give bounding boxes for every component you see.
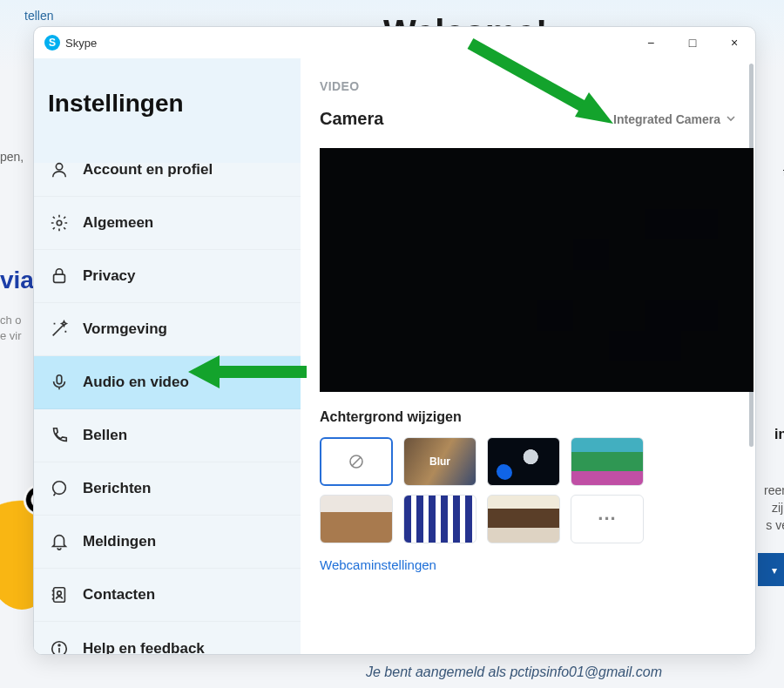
chevron-down-icon	[726, 112, 736, 126]
sidebar-item-label: Algemeen	[83, 214, 153, 232]
sidebar-item-privacy[interactable]: Privacy	[34, 250, 301, 303]
titlebar: S Skype − □ ×	[34, 27, 755, 58]
bg-primary-button-fragment	[758, 553, 784, 586]
info-icon	[50, 639, 69, 655]
svg-point-1	[57, 220, 62, 226]
chat-icon	[50, 479, 69, 498]
svg-line-11	[352, 457, 361, 466]
camera-heading: Camera	[320, 109, 383, 129]
gear-icon	[50, 213, 69, 233]
bg-evi: e vir	[0, 329, 22, 342]
svg-rect-2	[54, 274, 65, 282]
sidebar-nav: Account en profielAlgemeenPrivacyVormgev…	[34, 144, 301, 654]
app-title: Skype	[65, 37, 97, 50]
bg-text-tellen: tellen	[24, 9, 53, 23]
bg-via: via	[0, 266, 34, 294]
sidebar-item-label: Bellen	[83, 427, 127, 444]
signed-email: pctipsinfo01@gmail.com	[510, 664, 662, 679]
sidebar-item-appearance[interactable]: Vormgeving	[34, 303, 301, 356]
bg-open: pen,	[0, 150, 24, 164]
background-option-park[interactable]	[571, 437, 644, 486]
settings-content-panel: VIDEO Camera Integrated Camera Achtergro…	[301, 58, 755, 654]
background-option-room3[interactable]	[487, 495, 560, 543]
background-option-blur[interactable]: Blur	[403, 437, 476, 486]
bg-signed-in-text: Je bent aangemeld als pctipsinfo01@gmail…	[366, 664, 662, 680]
background-option-none[interactable]	[320, 437, 393, 486]
window-maximize-button[interactable]: □	[682, 32, 703, 53]
sidebar-item-label: Berichten	[83, 480, 151, 497]
background-option-room1[interactable]	[320, 495, 393, 543]
lock-icon	[50, 266, 69, 286]
background-options-grid: Blur ···	[320, 437, 736, 543]
sidebar-item-label: Audio en video	[83, 374, 189, 391]
skype-logo-icon: S	[44, 35, 60, 51]
background-option-more[interactable]: ···	[571, 495, 644, 543]
chevron-down-icon: ▾	[772, 564, 777, 577]
sidebar-item-label: Help en feedback	[83, 640, 205, 655]
mic-icon	[50, 373, 69, 392]
sidebar-item-help[interactable]: Help en feedback	[34, 622, 301, 654]
sidebar: Instellingen Account en profielAlgemeenP…	[34, 58, 301, 654]
window-minimize-button[interactable]: −	[640, 32, 661, 53]
sidebar-item-messaging[interactable]: Berichten	[34, 462, 301, 516]
webcam-settings-link[interactable]: Webcaminstellingen	[320, 557, 736, 572]
bell-icon	[50, 532, 69, 551]
sidebar-item-label: Privacy	[83, 267, 136, 285]
settings-modal: S Skype − □ × Instellingen Account en pr…	[33, 26, 756, 655]
svg-point-9	[58, 644, 60, 645]
svg-rect-3	[57, 375, 62, 384]
window-close-button[interactable]: ×	[724, 32, 745, 53]
sidebar-item-label: Account en profiel	[83, 161, 213, 179]
settings-heading: Instellingen	[34, 58, 301, 144]
wand-icon	[50, 320, 69, 339]
user-icon	[50, 160, 69, 179]
bg-cho: ch o	[0, 314, 22, 327]
svg-point-6	[57, 591, 62, 596]
sidebar-item-label: Vormgeving	[83, 320, 167, 338]
bg-reen: reen	[764, 483, 784, 497]
sidebar-item-general[interactable]: Algemeen	[34, 197, 301, 250]
phone-icon	[50, 426, 69, 445]
sidebar-item-calling[interactable]: Bellen	[34, 409, 301, 462]
bg-ing: ing	[774, 427, 784, 442]
bg-zijn: zijn	[772, 501, 784, 515]
camera-selected-label: Integrated Camera	[613, 112, 720, 126]
sidebar-item-account[interactable]: Account en profiel	[34, 144, 301, 197]
signed-prefix: Je bent aangemeld als	[366, 664, 510, 679]
contacts-icon	[50, 585, 69, 604]
video-section-label: VIDEO	[320, 79, 736, 93]
sidebar-item-label: Contacten	[83, 586, 155, 604]
background-option-room2[interactable]	[403, 495, 476, 543]
background-change-heading: Achtergrond wijzigen	[320, 409, 736, 425]
svg-point-0	[56, 164, 62, 170]
bg-sve: s ve	[766, 518, 784, 532]
sidebar-item-label: Meldingen	[83, 533, 156, 550]
sidebar-item-audio-video[interactable]: Audio en video	[34, 356, 301, 409]
sidebar-item-notifications[interactable]: Meldingen	[34, 516, 301, 569]
camera-dropdown[interactable]: Integrated Camera	[613, 112, 736, 126]
camera-preview	[320, 148, 754, 392]
background-option-moon[interactable]	[487, 437, 560, 486]
sidebar-item-contacts[interactable]: Contacten	[34, 569, 301, 622]
